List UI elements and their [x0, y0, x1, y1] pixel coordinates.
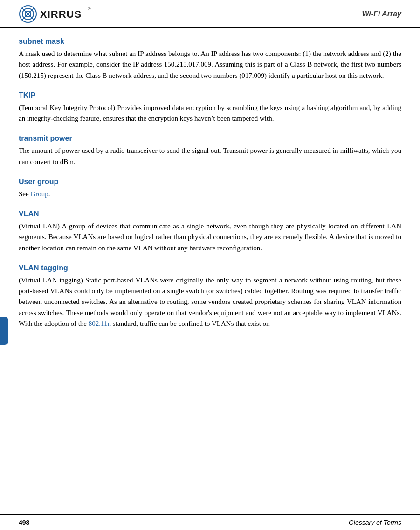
- section-tkip: TKIP (Temporal Key Integrity Protocol) P…: [19, 91, 401, 124]
- section-vlan-tagging: VLAN tagging (Virtual LAN tagging) Stati…: [19, 264, 401, 329]
- footer-page-number: 498: [19, 519, 29, 526]
- vlan-tagging-link[interactable]: 802.11n: [89, 320, 111, 327]
- term-body-transmit-power: The amount of power used by a radio tran…: [19, 145, 401, 167]
- term-body-vlan-tagging: (Virtual LAN tagging) Static port-based …: [19, 275, 401, 329]
- section-vlan: VLAN (Virtual LAN) A group of devices th…: [19, 210, 401, 254]
- svg-text:XIRRUS: XIRRUS: [40, 8, 82, 20]
- term-body-subnet-mask: A mask used to determine what subnet an …: [19, 48, 401, 81]
- term-title-transmit-power: transmit power: [19, 134, 401, 143]
- page-footer: 498 Glossary of Terms: [0, 514, 420, 530]
- header-tagline: Wi-Fi Array: [362, 10, 401, 18]
- side-tab-decoration: [0, 317, 8, 345]
- section-subnet-mask: subnet mask A mask used to determine wha…: [19, 37, 401, 81]
- term-title-vlan-tagging: VLAN tagging: [19, 264, 401, 272]
- logo: XIRRUS ®: [19, 5, 93, 23]
- term-body-vlan: (Virtual LAN) A group of devices that co…: [19, 221, 401, 254]
- user-group-suffix: .: [48, 190, 50, 198]
- term-body-user-group: See Group.: [19, 189, 401, 200]
- page-header: XIRRUS ® Wi-Fi Array: [0, 0, 420, 28]
- main-content: subnet mask A mask used to determine wha…: [0, 28, 420, 530]
- page-container: XIRRUS ® Wi-Fi Array subnet mask A mask …: [0, 0, 420, 530]
- xirrus-logo-svg: XIRRUS ®: [19, 5, 93, 23]
- user-group-prefix: See: [19, 190, 30, 198]
- term-title-tkip: TKIP: [19, 91, 401, 100]
- term-title-user-group: User group: [19, 178, 401, 186]
- section-transmit-power: transmit power The amount of power used …: [19, 134, 401, 167]
- term-title-vlan: VLAN: [19, 210, 401, 218]
- user-group-link[interactable]: Group: [30, 190, 48, 198]
- vlan-tagging-suffix: standard, traffic can be confined to VLA…: [111, 320, 270, 327]
- section-user-group: User group See Group.: [19, 178, 401, 200]
- term-body-tkip: (Temporal Key Integrity Protocol) Provid…: [19, 103, 401, 124]
- term-title-subnet-mask: subnet mask: [19, 37, 401, 46]
- footer-section-label: Glossary of Terms: [349, 519, 401, 526]
- svg-text:®: ®: [88, 7, 91, 11]
